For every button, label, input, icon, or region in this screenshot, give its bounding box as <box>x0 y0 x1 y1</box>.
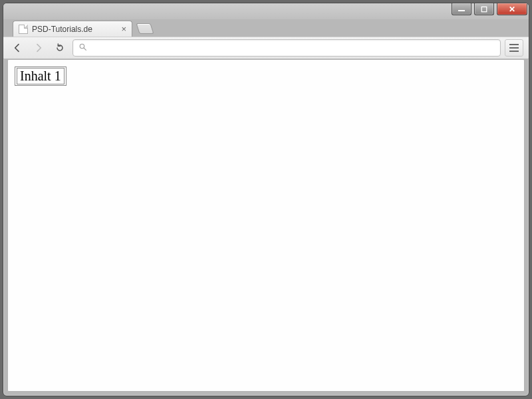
minimize-button[interactable] <box>452 3 471 15</box>
browser-tab-active[interactable]: PSD-Tutorials.de × <box>13 21 132 37</box>
arrow-left-icon <box>12 43 23 53</box>
svg-line-2 <box>84 48 86 50</box>
forward-button[interactable] <box>30 39 47 57</box>
browser-window: ✕ PSD-Tutorials.de × <box>3 3 529 396</box>
search-icon <box>78 42 87 54</box>
maximize-button[interactable] <box>474 3 494 15</box>
page-body: Inhalt 1 <box>8 60 524 92</box>
omnibox[interactable] <box>72 39 501 57</box>
content-box-inner: Inhalt 1 <box>17 68 65 84</box>
address-input[interactable] <box>92 43 495 53</box>
back-button[interactable] <box>9 39 26 57</box>
tab-strip: PSD-Tutorials.de × <box>3 19 529 37</box>
content-text: Inhalt 1 <box>20 68 61 83</box>
content-box-outer: Inhalt 1 <box>15 66 66 86</box>
minimize-icon <box>458 10 465 11</box>
arrow-right-icon <box>33 43 44 53</box>
maximize-icon <box>481 6 487 13</box>
page-viewport: Inhalt 1 <box>7 59 525 392</box>
reload-icon <box>55 43 65 53</box>
page-icon <box>19 25 28 34</box>
new-tab-button[interactable] <box>136 23 154 34</box>
browser-toolbar <box>3 37 529 59</box>
close-icon: ✕ <box>509 5 515 14</box>
titlebar: ✕ <box>3 3 529 19</box>
tab-title: PSD-Tutorials.de <box>32 25 92 34</box>
menu-button[interactable] <box>505 39 523 57</box>
close-button[interactable]: ✕ <box>497 3 527 15</box>
window-controls: ✕ <box>452 3 527 15</box>
reload-button[interactable] <box>51 39 68 57</box>
hamburger-icon <box>509 47 519 49</box>
tab-close-icon[interactable]: × <box>121 25 126 33</box>
svg-point-1 <box>80 44 84 49</box>
svg-rect-0 <box>481 7 487 12</box>
